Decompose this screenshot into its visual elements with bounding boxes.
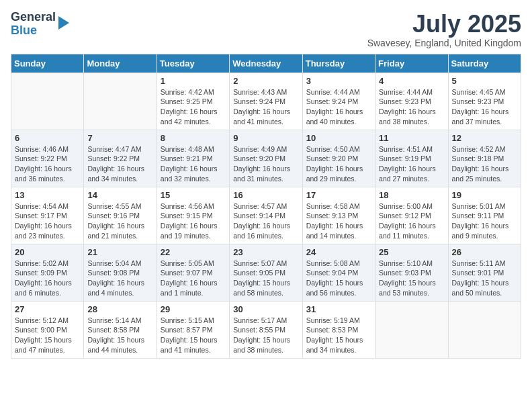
day-info: Sunrise: 5:05 AM Sunset: 9:07 PM Dayligh… <box>161 259 226 298</box>
day-info: Sunrise: 5:02 AM Sunset: 9:09 PM Dayligh… <box>15 259 80 298</box>
calendar-cell: 8Sunrise: 4:48 AM Sunset: 9:21 PM Daylig… <box>157 130 229 187</box>
calendar-cell <box>11 73 84 130</box>
day-number: 27 <box>15 304 80 314</box>
day-number: 23 <box>233 247 298 257</box>
day-number: 15 <box>161 190 226 200</box>
day-number: 16 <box>233 190 298 200</box>
day-info: Sunrise: 5:14 AM Sunset: 8:58 PM Dayligh… <box>87 316 152 355</box>
calendar-cell: 28Sunrise: 5:14 AM Sunset: 8:58 PM Dayli… <box>84 301 157 358</box>
day-info: Sunrise: 5:04 AM Sunset: 9:08 PM Dayligh… <box>87 259 152 298</box>
day-info: Sunrise: 4:42 AM Sunset: 9:25 PM Dayligh… <box>161 87 226 127</box>
weekday-header: Friday <box>375 54 448 73</box>
day-number: 1 <box>161 76 226 86</box>
day-info: Sunrise: 5:10 AM Sunset: 9:03 PM Dayligh… <box>379 259 444 298</box>
calendar-cell: 22Sunrise: 5:05 AM Sunset: 9:07 PM Dayli… <box>157 244 229 301</box>
day-info: Sunrise: 5:07 AM Sunset: 9:05 PM Dayligh… <box>233 259 298 298</box>
day-info: Sunrise: 4:46 AM Sunset: 9:22 PM Dayligh… <box>15 144 80 184</box>
day-number: 3 <box>306 76 371 86</box>
calendar-week-row: 13Sunrise: 4:54 AM Sunset: 9:17 PM Dayli… <box>11 187 521 244</box>
weekday-header: Monday <box>84 54 157 73</box>
calendar-cell: 3Sunrise: 4:44 AM Sunset: 9:24 PM Daylig… <box>302 73 375 130</box>
day-info: Sunrise: 5:08 AM Sunset: 9:04 PM Dayligh… <box>306 259 371 298</box>
day-number: 28 <box>87 304 152 314</box>
calendar-cell: 5Sunrise: 4:45 AM Sunset: 9:23 PM Daylig… <box>448 73 521 130</box>
day-info: Sunrise: 4:57 AM Sunset: 9:14 PM Dayligh… <box>233 201 298 241</box>
weekday-header: Saturday <box>448 54 521 73</box>
title-block: July 2025 Swavesey, England, United King… <box>367 11 521 48</box>
calendar-cell: 4Sunrise: 4:44 AM Sunset: 9:23 PM Daylig… <box>375 73 448 130</box>
day-number: 21 <box>87 247 152 257</box>
day-info: Sunrise: 5:19 AM Sunset: 8:53 PM Dayligh… <box>306 316 371 355</box>
day-number: 22 <box>161 247 226 257</box>
weekday-header: Tuesday <box>157 54 229 73</box>
day-info: Sunrise: 5:00 AM Sunset: 9:12 PM Dayligh… <box>379 201 444 241</box>
calendar-week-row: 6Sunrise: 4:46 AM Sunset: 9:22 PM Daylig… <box>11 130 521 187</box>
day-info: Sunrise: 4:47 AM Sunset: 9:22 PM Dayligh… <box>87 144 152 184</box>
day-number: 13 <box>15 190 80 200</box>
calendar-cell: 16Sunrise: 4:57 AM Sunset: 9:14 PM Dayli… <box>230 187 302 244</box>
calendar-cell <box>84 73 157 130</box>
calendar-cell: 6Sunrise: 4:46 AM Sunset: 9:22 PM Daylig… <box>11 130 84 187</box>
calendar-cell: 14Sunrise: 4:55 AM Sunset: 9:16 PM Dayli… <box>84 187 157 244</box>
weekday-header: Sunday <box>11 54 84 73</box>
day-info: Sunrise: 4:52 AM Sunset: 9:18 PM Dayligh… <box>452 144 517 184</box>
calendar-cell: 24Sunrise: 5:08 AM Sunset: 9:04 PM Dayli… <box>302 244 375 301</box>
month-title: July 2025 <box>367 11 521 38</box>
day-number: 10 <box>306 133 371 143</box>
weekday-header: Thursday <box>302 54 375 73</box>
day-info: Sunrise: 5:17 AM Sunset: 8:55 PM Dayligh… <box>233 316 298 355</box>
day-number: 12 <box>452 133 517 143</box>
day-number: 8 <box>161 133 226 143</box>
calendar-week-row: 20Sunrise: 5:02 AM Sunset: 9:09 PM Dayli… <box>11 244 521 301</box>
weekday-header: Wednesday <box>230 54 302 73</box>
day-number: 5 <box>452 76 517 86</box>
day-info: Sunrise: 4:45 AM Sunset: 9:23 PM Dayligh… <box>452 87 517 127</box>
calendar-cell: 27Sunrise: 5:12 AM Sunset: 9:00 PM Dayli… <box>11 301 84 358</box>
day-info: Sunrise: 5:11 AM Sunset: 9:01 PM Dayligh… <box>452 259 517 298</box>
day-number: 2 <box>233 76 298 86</box>
weekday-header-row: SundayMondayTuesdayWednesdayThursdayFrid… <box>11 54 521 73</box>
calendar-cell: 25Sunrise: 5:10 AM Sunset: 9:03 PM Dayli… <box>375 244 448 301</box>
logo-general: General <box>11 11 56 24</box>
calendar-cell: 26Sunrise: 5:11 AM Sunset: 9:01 PM Dayli… <box>448 244 521 301</box>
calendar-table: SundayMondayTuesdayWednesdayThursdayFrid… <box>11 54 521 359</box>
day-number: 30 <box>233 304 298 314</box>
day-number: 29 <box>161 304 226 314</box>
day-number: 19 <box>452 190 517 200</box>
calendar-cell: 15Sunrise: 4:56 AM Sunset: 9:15 PM Dayli… <box>157 187 229 244</box>
day-number: 31 <box>306 304 371 314</box>
calendar-cell: 19Sunrise: 5:01 AM Sunset: 9:11 PM Dayli… <box>448 187 521 244</box>
day-number: 18 <box>379 190 444 200</box>
calendar-cell: 9Sunrise: 4:49 AM Sunset: 9:20 PM Daylig… <box>230 130 302 187</box>
calendar-cell: 21Sunrise: 5:04 AM Sunset: 9:08 PM Dayli… <box>84 244 157 301</box>
day-number: 24 <box>306 247 371 257</box>
day-info: Sunrise: 4:49 AM Sunset: 9:20 PM Dayligh… <box>233 144 298 184</box>
day-number: 4 <box>379 76 444 86</box>
day-info: Sunrise: 4:43 AM Sunset: 9:24 PM Dayligh… <box>233 87 298 127</box>
calendar-cell <box>375 301 448 358</box>
calendar-cell: 1Sunrise: 4:42 AM Sunset: 9:25 PM Daylig… <box>157 73 229 130</box>
day-number: 26 <box>452 247 517 257</box>
day-number: 6 <box>15 133 80 143</box>
day-info: Sunrise: 4:44 AM Sunset: 9:23 PM Dayligh… <box>379 87 444 127</box>
day-info: Sunrise: 4:54 AM Sunset: 9:17 PM Dayligh… <box>15 201 80 241</box>
day-info: Sunrise: 5:12 AM Sunset: 9:00 PM Dayligh… <box>15 316 80 355</box>
day-info: Sunrise: 4:50 AM Sunset: 9:20 PM Dayligh… <box>306 144 371 184</box>
calendar-cell: 30Sunrise: 5:17 AM Sunset: 8:55 PM Dayli… <box>230 301 302 358</box>
day-number: 14 <box>87 190 152 200</box>
day-info: Sunrise: 4:56 AM Sunset: 9:15 PM Dayligh… <box>161 201 226 241</box>
day-info: Sunrise: 5:15 AM Sunset: 8:57 PM Dayligh… <box>161 316 226 355</box>
calendar-cell: 11Sunrise: 4:51 AM Sunset: 9:19 PM Dayli… <box>375 130 448 187</box>
logo-arrow-icon <box>58 16 69 30</box>
calendar-cell: 29Sunrise: 5:15 AM Sunset: 8:57 PM Dayli… <box>157 301 229 358</box>
calendar-cell: 13Sunrise: 4:54 AM Sunset: 9:17 PM Dayli… <box>11 187 84 244</box>
day-info: Sunrise: 4:58 AM Sunset: 9:13 PM Dayligh… <box>306 201 371 241</box>
calendar-cell: 31Sunrise: 5:19 AM Sunset: 8:53 PM Dayli… <box>302 301 375 358</box>
page-header: General Blue July 2025 Swavesey, England… <box>11 11 521 48</box>
logo-text: General Blue <box>11 11 56 38</box>
day-info: Sunrise: 4:48 AM Sunset: 9:21 PM Dayligh… <box>161 144 226 184</box>
day-number: 17 <box>306 190 371 200</box>
calendar-cell <box>448 301 521 358</box>
day-number: 25 <box>379 247 444 257</box>
day-info: Sunrise: 4:44 AM Sunset: 9:24 PM Dayligh… <box>306 87 371 127</box>
